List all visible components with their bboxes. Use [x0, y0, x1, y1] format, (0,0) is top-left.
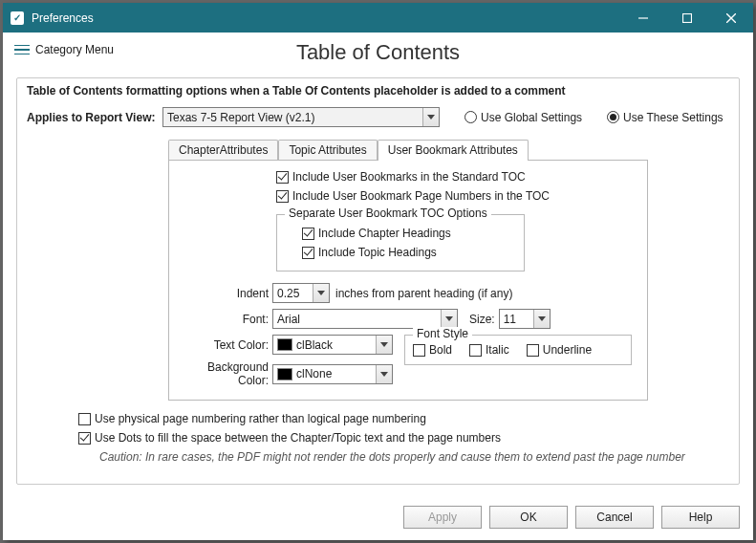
page-title: Table of Contents	[3, 40, 753, 65]
tabs: ChapterAttributes Topic Attributes User …	[168, 139, 729, 160]
titlebar: ✓ Preferences	[3, 3, 753, 33]
separate-options-group: Separate User Bookmark TOC Options Inclu…	[276, 214, 525, 272]
radio-these-settings[interactable]: Use These Settings	[607, 111, 724, 124]
close-button[interactable]	[709, 3, 753, 33]
minimize-button[interactable]	[621, 3, 665, 33]
tab-topic-attributes[interactable]: Topic Attributes	[278, 140, 377, 161]
dots-label: Use Dots to fill the space between the C…	[95, 431, 501, 445]
checkbox-icon	[302, 247, 314, 259]
ok-button[interactable]: OK	[489, 506, 568, 529]
size-value: 11	[500, 313, 533, 326]
applies-to-label: Applies to Report View:	[27, 111, 157, 124]
check-chapter-label: Include Chapter Headings	[318, 227, 451, 240]
checkbox-icon	[78, 432, 91, 445]
check-include-std-label: Include User Bookmarks in the Standard T…	[292, 170, 526, 184]
font-style-group: Font Style Bold Italic Underline	[404, 335, 632, 365]
intro-text: Table of Contents formatting options whe…	[27, 84, 729, 98]
checkbox-icon	[469, 344, 482, 357]
radio-icon	[607, 111, 619, 123]
check-topic-label: Include Topic Headings	[318, 246, 437, 259]
size-select[interactable]: 11	[499, 309, 551, 329]
svg-rect-1	[683, 13, 692, 22]
physical-label: Use physical page numbering rather than …	[95, 412, 426, 425]
font-value: Arial	[273, 313, 441, 326]
caution-text: Caution: In rare cases, the PDF might no…	[99, 450, 729, 464]
textcolor-label: Text Color:	[184, 338, 272, 352]
window: ✓ Preferences Category Menu Table of Con…	[3, 3, 753, 540]
color-swatch	[277, 368, 292, 380]
checkbox-icon	[78, 413, 91, 425]
chevron-down-icon	[376, 365, 392, 383]
check-include-chapter-headings[interactable]: Include Chapter Headings	[302, 227, 514, 240]
bgcolor-label: Background Color:	[184, 360, 272, 387]
tab-chapter-attributes[interactable]: ChapterAttributes	[168, 140, 278, 161]
check-include-std-toc[interactable]: Include User Bookmarks in the Standard T…	[276, 170, 632, 184]
chevron-down-icon	[422, 108, 439, 126]
bgcolor-select[interactable]: clNone	[272, 364, 393, 384]
check-physical-page-numbering[interactable]: Use physical page numbering rather than …	[78, 412, 729, 425]
apply-button[interactable]: Apply	[403, 506, 482, 529]
font-select[interactable]: Arial	[272, 309, 458, 329]
radio-these-label: Use These Settings	[623, 111, 724, 124]
radio-global-label: Use Global Settings	[481, 111, 582, 124]
chevron-down-icon	[441, 310, 457, 328]
window-title: Preferences	[32, 11, 621, 25]
check-italic[interactable]: Italic	[469, 343, 509, 357]
check-bold[interactable]: Bold	[413, 343, 452, 357]
separate-options-legend: Separate User Bookmark TOC Options	[285, 206, 491, 220]
dialog-buttons: Apply OK Cancel Help	[403, 506, 740, 529]
indent-value: 0.25	[273, 287, 313, 300]
indent-select[interactable]: 0.25	[272, 283, 330, 303]
report-view-value: Texas 7-5 Report View (v2.1)	[163, 111, 422, 124]
check-underline[interactable]: Underline	[527, 343, 592, 357]
font-label: Font:	[184, 313, 272, 326]
underline-label: Underline	[543, 343, 592, 357]
tab-user-bookmark-attributes[interactable]: User Bookmark Attributes	[378, 140, 529, 161]
textcolor-name: clBlack	[296, 338, 376, 352]
font-style-legend: Font Style	[413, 327, 472, 340]
check-include-page-numbers[interactable]: Include User Bookmark Page Numbers in th…	[276, 189, 632, 203]
report-view-select[interactable]: Texas 7-5 Report View (v2.1)	[162, 107, 440, 127]
check-use-dots[interactable]: Use Dots to fill the space between the C…	[78, 431, 729, 445]
italic-label: Italic	[486, 343, 509, 357]
checkbox-icon	[276, 190, 289, 203]
chevron-down-icon	[533, 310, 550, 328]
checkbox-icon	[276, 171, 289, 184]
chevron-down-icon	[376, 336, 392, 354]
indent-after-label: inches from parent heading (if any)	[335, 287, 512, 300]
main-panel: Table of Contents formatting options whe…	[16, 77, 740, 485]
maximize-button[interactable]	[665, 3, 709, 33]
checkbox-icon	[413, 344, 425, 357]
bgcolor-name: clNone	[296, 367, 376, 380]
checkbox-icon	[527, 344, 539, 357]
radio-icon	[464, 111, 477, 123]
checkbox-icon	[302, 228, 314, 240]
check-include-pages-label: Include User Bookmark Page Numbers in th…	[292, 189, 550, 203]
help-button[interactable]: Help	[661, 506, 740, 529]
textcolor-select[interactable]: clBlack	[272, 335, 393, 355]
size-label: Size:	[469, 313, 495, 326]
indent-label: Indent	[184, 287, 272, 300]
check-include-topic-headings[interactable]: Include Topic Headings	[302, 246, 514, 259]
tab-content: Include User Bookmarks in the Standard T…	[168, 160, 648, 401]
app-icon: ✓	[11, 11, 24, 25]
color-swatch	[277, 338, 292, 351]
chevron-down-icon	[313, 284, 329, 302]
radio-global-settings[interactable]: Use Global Settings	[464, 111, 582, 124]
cancel-button[interactable]: Cancel	[575, 506, 654, 529]
bold-label: Bold	[429, 343, 452, 357]
